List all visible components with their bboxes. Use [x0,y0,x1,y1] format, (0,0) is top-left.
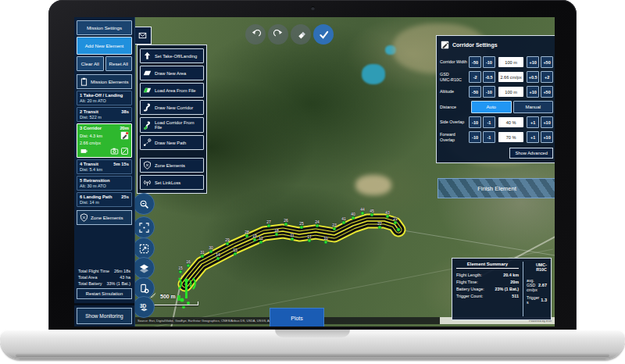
waypoint-marker[interactable]: 45 [370,209,374,216]
decrement-button[interactable]: -50 [469,86,481,98]
menu-item-label: Set Take-Off/Landing [155,54,197,59]
value-field[interactable]: 70 % [498,132,523,142]
setting-label: Side Overlap [440,120,467,124]
waypoint-marker[interactable]: 14 [216,252,220,260]
corridor-end-marker[interactable] [397,228,400,231]
increment-button[interactable]: +1 [527,131,539,143]
waypoint-marker[interactable]: 29 [225,237,230,245]
value-field[interactable]: 100 m [498,87,523,97]
decrement-button[interactable]: -0.5 [483,71,495,83]
waypoint-marker[interactable]: 12 [259,236,263,244]
mission-element-1[interactable]: 1 Take-Off / LandingAlt: 20 m ATO [77,91,132,105]
redo-button[interactable] [268,24,288,45]
waypoint-marker[interactable]: 25 [299,221,304,229]
waypoint-marker[interactable]: 27 [266,219,271,227]
zone-elements-menu-button[interactable]: Zone Elements [140,158,204,173]
layers-button[interactable] [133,257,155,279]
mission-element-4[interactable]: 4 Transit5m 15sDist: 5.4 km [77,159,132,174]
set-linkloss-button[interactable]: Set LinkLoss [140,175,204,190]
increment-button[interactable]: +0.5 [527,71,539,83]
increment-button[interactable]: +50 [541,86,553,98]
mission-element-6[interactable]: 6 Landing Path25sDist: 14 m [77,192,132,207]
waypoint-marker[interactable]: 13 [233,248,238,255]
increment-button[interactable]: +10 [527,56,539,68]
waypoint-marker[interactable]: 26 [284,218,288,226]
waypoint-marker[interactable]: 19 [252,234,257,241]
menu-draw-new-area[interactable]: Draw New Area [140,66,204,80]
waypoint-marker[interactable]: 24 [315,219,320,227]
waypoint-marker[interactable]: 23 [332,223,337,230]
setting-row-side-overlap: Side Overlap-10-140 %+1+10 [440,116,553,128]
decrement-button[interactable]: -10 [483,56,495,68]
view-3d-button[interactable]: 3D [133,296,155,318]
undo-button[interactable] [245,24,266,45]
fit-extents-button[interactable] [133,216,155,238]
mission-settings-button[interactable]: Mission Settings [77,20,132,35]
menu-load-area-from-file[interactable]: Load Area From File [140,83,204,98]
waypoint-marker[interactable]: 41 [341,216,346,224]
confirm-button[interactable] [313,24,334,45]
decrement-button[interactable]: -1 [483,131,495,143]
clear-all-button[interactable]: Clear All [77,56,104,71]
waypoint-marker[interactable]: 40 [351,212,355,219]
value-field[interactable]: 40 % [498,117,523,127]
waypoint-marker[interactable]: 15 [178,266,183,273]
add-new-element-button[interactable]: Add New Element [77,37,132,55]
messages-button[interactable] [134,27,152,45]
decrement-button[interactable]: -10 [469,116,481,128]
mission-elements-header[interactable]: Mission Elements [77,74,132,89]
increment-button[interactable]: +10 [541,131,553,143]
menu-set-take-off-landing[interactable]: Set Take-Off/Landing [140,48,204,63]
eraser-button[interactable] [291,24,311,45]
waypoint-marker[interactable]: 18 [274,228,279,236]
value-field[interactable]: 100 m [498,57,523,67]
setting-row-gsd: GSDUMC-R10C-2-0.52.66 cm/px+0.5+2 [440,71,553,83]
menu-draw-new-path[interactable]: Draw New Path [140,135,204,150]
increment-button[interactable]: +1 [527,116,539,128]
decrement-button[interactable]: -50 [469,56,481,68]
waypoint-marker[interactable]: 10 [323,236,328,244]
mission-element-5[interactable]: 5 RetransitionAlt: 30 m ATO [77,176,132,191]
increment-button[interactable]: +10 [541,116,553,128]
restart-simulation-button[interactable]: Restart Simulation [77,288,132,299]
blocked-icon[interactable] [120,147,129,155]
waypoint-marker[interactable]: 43 [385,210,390,218]
corridor-settings-panel: Corridor Settings Corridor Width-50-1010… [436,35,555,163]
waypoint-marker[interactable]: 22 [377,221,382,229]
waypoint-marker[interactable]: 16 [186,259,191,267]
waypoint-marker[interactable]: 11 [290,233,294,241]
decrement-button[interactable]: -10 [483,86,495,98]
increment-button[interactable]: +10 [527,86,539,98]
frame-select-button[interactable] [133,237,155,259]
reset-all-button[interactable]: Reset All [105,56,133,71]
distance-auto-button[interactable]: Auto [471,101,512,113]
decrement-button[interactable]: -10 [469,131,481,143]
increment-button[interactable]: +50 [541,56,553,68]
webcam-dot [311,6,315,10]
menu-load-corridor-from-file[interactable]: Load Corridor From File [140,117,204,133]
waypoint-marker[interactable]: 31 [200,250,205,258]
waypoint-marker[interactable]: 17 [307,234,312,242]
increment-button[interactable]: +2 [541,71,553,83]
summary-row: Flight Length:20.4 km [456,273,519,277]
waypoint-marker[interactable]: 28 [245,230,249,237]
show-monitoring-button[interactable]: Show Monitoring [77,308,132,324]
decrement-button[interactable]: -1 [483,116,495,128]
finish-element-button[interactable]: Finish Element [438,178,555,198]
value-field[interactable]: 2.66 cm/px [498,72,523,82]
waypoint-marker[interactable]: 21 [393,216,398,224]
waypoint-marker[interactable]: 30 [209,245,213,253]
mission-element-2[interactable]: 2 Transit38sDist: 522 m [77,107,132,122]
zoom-tool-button[interactable] [133,193,155,215]
distance-manual-button[interactable]: Manual [513,101,554,113]
zone-elements-button[interactable]: Zone Elements [77,210,132,225]
element-detail: Alt: 20 m ATO [80,98,129,103]
mission-element-3[interactable]: 3 Corridor20mDist: 4.3 km2.66 cm/px [77,123,132,158]
menu-draw-new-corridor[interactable]: Draw New Corridor [140,100,204,115]
decrement-button[interactable]: -2 [469,71,481,83]
show-advanced-button[interactable]: Show Advanced [509,148,553,159]
waypoint-marker[interactable]: 44 [360,207,365,215]
edit-icon[interactable] [120,131,129,140]
camera-icon[interactable] [110,147,119,155]
plots-button[interactable]: Plots [270,308,324,327]
